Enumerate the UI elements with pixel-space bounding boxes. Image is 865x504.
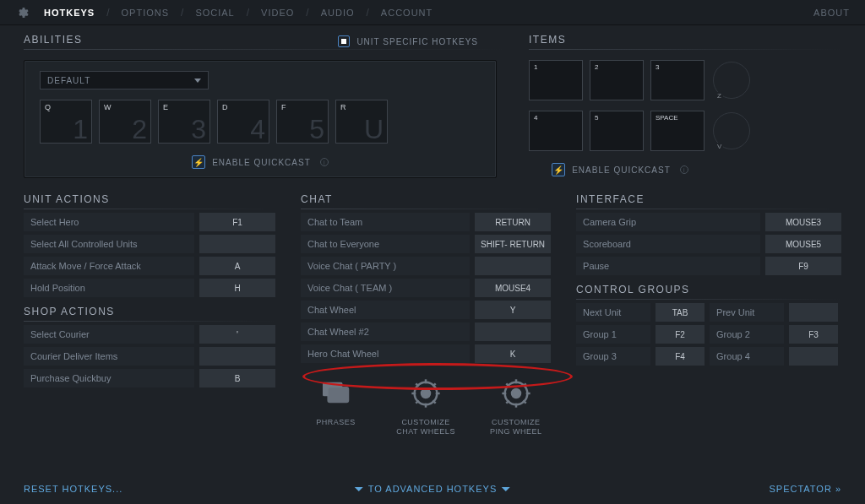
phrases-label: PHRASES [316, 418, 356, 427]
hotkey-value[interactable]: MOUSE4 [475, 279, 551, 297]
key-letter: D [222, 103, 228, 111]
key-index: U [364, 114, 384, 145]
hotkey-value[interactable] [199, 347, 275, 366]
key-index: 5 [309, 114, 324, 145]
hotkey-label: Voice Chat ( PARTY ) [301, 257, 470, 275]
ability-panel: DEFAULT Q1W2E3D4F5RU ⚡ ENABLE QUICKCAST … [24, 60, 497, 178]
item-slot[interactable]: 1 [529, 60, 583, 100]
tab-account[interactable]: ACCOUNT [378, 8, 436, 18]
tab-social[interactable]: SOCIAL [192, 8, 237, 18]
key-letter: E [163, 103, 168, 111]
tp-slot[interactable]: Z [713, 62, 750, 99]
hotkey-label: Chat to Team [301, 213, 470, 231]
chat-title: CHAT [301, 193, 551, 205]
hotkey-row: Camera GripMOUSE3 [576, 213, 841, 231]
hotkey-value[interactable]: F1 [199, 213, 275, 231]
hotkey-value[interactable]: B [199, 369, 275, 387]
hotkey-value[interactable]: H [199, 279, 275, 297]
tab-video[interactable]: VIDEO [258, 8, 297, 18]
hotkey-value[interactable]: F9 [765, 257, 841, 275]
customize-ping-wheel-label: CUSTOMIZEPING WHEEL [490, 418, 542, 436]
info-icon[interactable]: i [680, 165, 688, 174]
ability-key[interactable]: Q1 [40, 100, 92, 144]
hotkey-value[interactable]: RETURN [475, 213, 551, 231]
hotkey-value[interactable]: ' [199, 325, 275, 344]
ability-preset-dropdown[interactable]: DEFAULT [40, 71, 209, 89]
hotkey-value[interactable] [475, 257, 551, 275]
phrases-icon [318, 377, 352, 413]
control-group-value[interactable]: F2 [656, 325, 705, 344]
control-group-value[interactable] [789, 347, 838, 366]
unit-specific-checkbox[interactable] [338, 35, 350, 47]
tab-hotkeys[interactable]: HOTKEYS [41, 8, 98, 18]
about-link[interactable]: ABOUT [813, 8, 850, 18]
shop-actions-title: SHOP ACTIONS [24, 306, 275, 317]
hotkey-value[interactable]: SHIFT- RETURN [475, 235, 551, 253]
key-index: 4 [250, 114, 265, 145]
item-slot[interactable]: SPACE [650, 111, 705, 151]
ability-key[interactable]: W2 [99, 100, 151, 144]
hotkey-row: Select All Controlled Units [24, 235, 275, 253]
lightning-icon: ⚡ [553, 165, 563, 175]
svg-point-14 [512, 389, 520, 398]
gear-icon [15, 6, 29, 19]
ability-key[interactable]: E3 [158, 100, 210, 144]
hotkey-row: Purchase QuickbuyB [24, 369, 275, 387]
tab-options[interactable]: OPTIONS [118, 8, 173, 18]
items-quickcast-toggle[interactable]: ⚡ [552, 163, 565, 176]
hotkey-value[interactable]: K [475, 344, 551, 363]
advanced-hotkeys-link[interactable]: TO ADVANCED HOTKEYS [355, 484, 510, 494]
hotkey-row: PauseF9 [576, 257, 841, 275]
settings-tabs: HOTKEYS/OPTIONS/SOCIAL/VIDEO/AUDIO/ACCOU… [41, 7, 436, 19]
hotkey-row: Chat to EveryoneSHIFT- RETURN [301, 235, 551, 253]
phrases-button[interactable]: PHRASES [301, 377, 371, 436]
items-quickcast-label: ENABLE QUICKCAST [572, 165, 671, 175]
top-bar: HOTKEYS/OPTIONS/SOCIAL/VIDEO/AUDIO/ACCOU… [0, 0, 865, 25]
abilities-quickcast-label: ENABLE QUICKCAST [212, 158, 311, 167]
hotkey-value[interactable]: MOUSE3 [765, 213, 841, 231]
control-group-label: Group 2 [710, 325, 784, 344]
control-group-row: Next UnitTABPrev Unit [576, 303, 841, 322]
key-letter: 5 [595, 114, 598, 122]
control-group-label: Group 4 [710, 347, 784, 366]
reset-hotkeys-link[interactable]: RESET HOTKEYS... [24, 484, 122, 494]
hotkey-label: Attack Move / Force Attack [24, 257, 194, 275]
unit-specific-label: UNIT SPECIFIC HOTKEYS [356, 37, 478, 46]
item-slot[interactable]: 5 [590, 111, 644, 151]
control-group-label: Group 1 [576, 325, 650, 344]
key-index: 3 [191, 114, 206, 145]
item-slot[interactable]: 4 [529, 111, 583, 151]
hotkey-value[interactable]: MOUSE5 [765, 235, 841, 253]
neutral-slot[interactable]: V [713, 112, 750, 149]
ability-key[interactable]: RU [335, 100, 388, 144]
control-group-value[interactable]: F4 [656, 347, 705, 366]
key-letter: SPACE [656, 114, 678, 122]
tab-separator: / [238, 7, 258, 19]
hotkey-value[interactable]: A [199, 257, 275, 275]
control-groups-title: CONTROL GROUPS [576, 284, 841, 295]
info-icon[interactable]: i [320, 158, 329, 166]
key-letter: 3 [656, 63, 659, 71]
customize-chat-wheels-icon [409, 377, 443, 413]
hotkey-value[interactable] [475, 322, 551, 341]
spectator-link[interactable]: SPECTATOR » [769, 484, 841, 494]
tab-audio[interactable]: AUDIO [318, 8, 358, 18]
customize-ping-wheel-button[interactable]: CUSTOMIZEPING WHEEL [481, 377, 551, 436]
ability-key[interactable]: F5 [276, 100, 329, 144]
key-letter: W [104, 103, 112, 111]
key-letter: V [715, 143, 723, 150]
ability-key[interactable]: D4 [217, 100, 269, 144]
control-group-value[interactable] [789, 303, 838, 322]
abilities-quickcast-toggle[interactable]: ⚡ [192, 155, 205, 169]
item-slot[interactable]: 3 [650, 60, 705, 100]
hotkey-label: Scoreboard [576, 235, 760, 253]
hotkey-value[interactable]: Y [475, 301, 551, 319]
customize-chat-wheels-button[interactable]: CUSTOMIZECHAT WHEELS [391, 377, 461, 436]
hotkey-value[interactable] [199, 235, 275, 253]
control-group-value[interactable]: TAB [656, 303, 705, 322]
abilities-title: ABILITIES [24, 34, 83, 46]
hotkey-row: Courier Deliver Items [24, 347, 275, 366]
hotkey-label: Hero Chat Wheel [301, 344, 470, 363]
control-group-value[interactable]: F3 [789, 325, 838, 344]
item-slot[interactable]: 2 [590, 60, 644, 100]
